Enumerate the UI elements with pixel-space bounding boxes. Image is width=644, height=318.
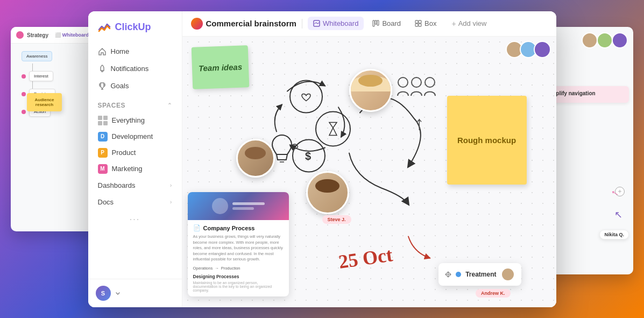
doc-title-text: Company Process bbox=[203, 225, 255, 231]
svg-point-8 bbox=[290, 80, 322, 112]
add-view-button[interactable]: + Add view bbox=[446, 17, 492, 31]
mkt-icon: M bbox=[98, 164, 108, 174]
clickup-logo-icon bbox=[97, 20, 112, 35]
treatment-card[interactable]: Treatment bbox=[438, 263, 521, 286]
sidebar: ClickUp Home Notifications bbox=[88, 11, 182, 307]
handwrite-date: 25 Oct bbox=[337, 243, 394, 273]
sticky-green: Team ideas bbox=[191, 45, 249, 89]
docs-chevron: › bbox=[170, 199, 172, 205]
arrow-up-icon: ↑ bbox=[415, 112, 424, 135]
sidebar-more[interactable]: ··· bbox=[88, 210, 182, 229]
section-docs[interactable]: Docs › bbox=[88, 194, 182, 210]
space-marketing-label: Marketing bbox=[112, 165, 143, 173]
doc-card[interactable]: 📄 Company Process As your business grows… bbox=[188, 192, 289, 296]
section-dashboards[interactable]: Dashboards › bbox=[88, 177, 182, 194]
svg-rect-7 bbox=[419, 24, 421, 26]
flow-label-to: Production bbox=[221, 266, 240, 271]
flow-arrow-icon: → bbox=[215, 266, 219, 271]
space-development[interactable]: D Development bbox=[88, 129, 182, 145]
right-avatar-2 bbox=[597, 32, 613, 48]
diagram-node-interest: Interest bbox=[29, 71, 53, 81]
trophy-icon bbox=[98, 82, 107, 90]
tab-whiteboard-label: Whiteboard bbox=[323, 19, 358, 27]
treatment-avatar bbox=[501, 267, 515, 281]
space-everything-label: Everything bbox=[112, 116, 145, 124]
right-avatar-3 bbox=[612, 32, 628, 48]
user-avatar: S bbox=[96, 286, 111, 301]
add-view-label: Add view bbox=[458, 19, 487, 27]
whiteboard-canvas[interactable]: $ Team ideas Rough mockup bbox=[182, 37, 556, 307]
nav-goals-label: Goals bbox=[111, 82, 129, 90]
svg-rect-5 bbox=[419, 20, 421, 23]
svg-rect-6 bbox=[415, 24, 418, 26]
home-icon bbox=[98, 47, 107, 56]
logo-text: ClickUp bbox=[115, 22, 151, 33]
lightbulb-sketch bbox=[266, 131, 298, 174]
space-product-label: Product bbox=[112, 149, 136, 157]
audience-research-note: Audience research bbox=[27, 93, 62, 111]
box-tab-icon bbox=[415, 20, 422, 27]
svg-point-13 bbox=[412, 77, 421, 87]
doc-flow: Operations → Production bbox=[193, 266, 284, 271]
nav-notifications-label: Notifications bbox=[111, 65, 149, 73]
doc-header-line-2 bbox=[232, 207, 254, 210]
tab-board-label: Board bbox=[382, 19, 401, 27]
tab-whiteboard[interactable]: Whiteboard bbox=[308, 17, 364, 30]
strategy-wb-label: ⬜ Whiteboard bbox=[55, 32, 89, 38]
project-title: Commercial brainstorm bbox=[206, 19, 296, 28]
diagram-connector-1 bbox=[32, 63, 33, 71]
people-icons bbox=[395, 74, 438, 105]
everything-grid-icon bbox=[98, 116, 108, 125]
diagram-row-interest: Interest bbox=[22, 71, 53, 81]
nav-notifications[interactable]: Notifications bbox=[93, 61, 178, 77]
tab-board[interactable]: Board bbox=[367, 17, 406, 30]
nav-goals[interactable]: Goals bbox=[93, 78, 178, 94]
steve-tag: Steve J. bbox=[322, 215, 351, 224]
space-development-label: Development bbox=[112, 132, 153, 140]
doc-card-title: 📄 Company Process bbox=[193, 224, 284, 231]
treatment-label: Treatment bbox=[465, 271, 496, 278]
sidebar-footer: S bbox=[88, 279, 182, 307]
doc-card-header-lines bbox=[232, 202, 265, 210]
tab-box-label: Box bbox=[424, 19, 436, 27]
docs-label: Docs bbox=[98, 198, 114, 206]
conn-dot-interest bbox=[22, 74, 26, 79]
logo-area: ClickUp bbox=[88, 11, 182, 41]
svg-point-9 bbox=[316, 111, 350, 146]
flow-label-from: Operations bbox=[193, 266, 213, 271]
svg-point-14 bbox=[425, 77, 435, 87]
board-tab-icon bbox=[372, 20, 379, 27]
doc-header-line-1 bbox=[232, 202, 265, 205]
user-chevron-icon bbox=[115, 291, 121, 296]
main-window: ClickUp Home Notifications bbox=[88, 11, 556, 307]
doc-section-text: Maintaining to be an organized person, d… bbox=[193, 281, 284, 292]
spaces-chevron[interactable]: ⌃ bbox=[167, 102, 172, 108]
andrew-tag: Andrew K. bbox=[476, 289, 511, 298]
doc-card-avatar-placeholder bbox=[212, 198, 228, 214]
nav-home[interactable]: Home bbox=[93, 44, 178, 60]
space-everything[interactable]: Everything bbox=[88, 112, 182, 129]
move-icon bbox=[445, 271, 451, 278]
plus-icon: + bbox=[451, 19, 456, 28]
space-marketing[interactable]: M Marketing bbox=[88, 161, 182, 177]
treatment-dot bbox=[456, 272, 461, 277]
nav-items: Home Notifications Goa bbox=[88, 41, 182, 96]
lightbulb-svg bbox=[266, 131, 298, 174]
toolbar-divider bbox=[302, 19, 302, 29]
conn-dot-decision bbox=[22, 92, 26, 96]
doc-card-header bbox=[188, 192, 289, 220]
conn-dot-action bbox=[22, 110, 26, 114]
doc-icon: 📄 bbox=[193, 224, 201, 231]
dashboards-chevron: › bbox=[170, 182, 172, 188]
doc-card-header-content bbox=[212, 198, 265, 214]
space-product[interactable]: P Product bbox=[88, 145, 182, 161]
wb-avatars bbox=[506, 41, 551, 58]
doc-section-title: Designing Processes bbox=[193, 274, 284, 279]
grid-cell-2 bbox=[103, 116, 108, 120]
tab-box[interactable]: Box bbox=[409, 17, 442, 30]
main-content: Commercial brainstorm Whiteboard bbox=[182, 11, 556, 307]
doc-card-text: As your business grows, things will very… bbox=[193, 234, 284, 263]
nav-home-label: Home bbox=[111, 47, 130, 55]
prod-icon: P bbox=[98, 148, 108, 158]
sticky-yellow: Rough mockup bbox=[447, 96, 527, 185]
